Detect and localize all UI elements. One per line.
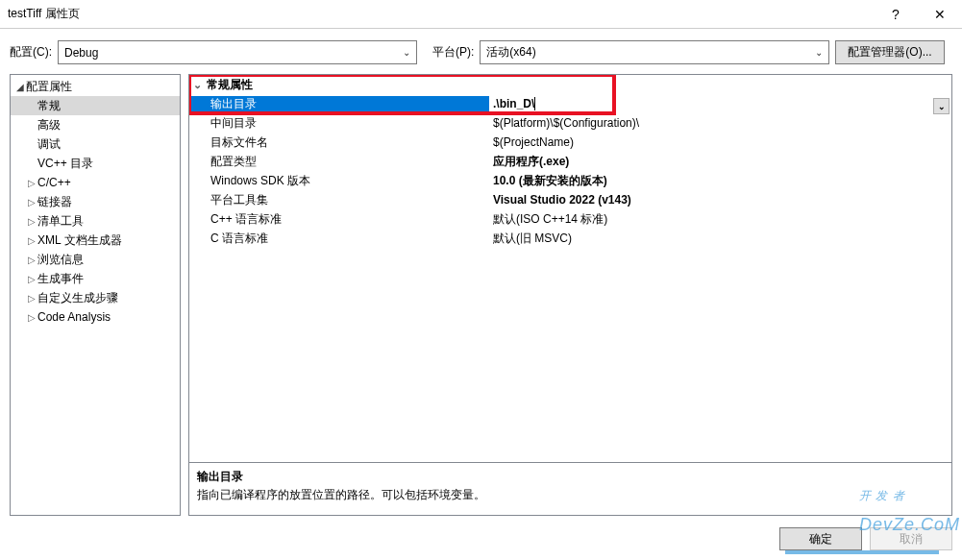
prop-name: 目标文件名 xyxy=(189,134,489,151)
tree-label: 清单工具 xyxy=(37,213,84,230)
tree-item-general[interactable]: 常规 xyxy=(11,96,180,115)
tree-item-custom-build[interactable]: ▷ 自定义生成步骤 xyxy=(11,288,180,307)
close-button[interactable]: ✕ xyxy=(918,0,962,29)
caret-right-icon: ▷ xyxy=(26,274,37,284)
window-title: testTiff 属性页 xyxy=(8,6,874,22)
chevron-down-icon: ⌄ xyxy=(193,79,207,91)
tree-label: VC++ 目录 xyxy=(37,156,93,172)
tree-item-code-analysis[interactable]: ▷ Code Analysis xyxy=(11,307,180,327)
prop-value[interactable]: .\bin_D\⌄ xyxy=(489,97,951,110)
config-value: Debug xyxy=(64,46,98,60)
prop-name: 输出目录 xyxy=(189,96,489,112)
tree[interactable]: ◢ 配置属性 常规 高级 调试 VC++ 目录 ▷ C/C++ ▷ 链接器 ▷ xyxy=(10,74,181,516)
config-label: 配置(C): xyxy=(10,44,52,61)
prop-row-sdk-version[interactable]: Windows SDK 版本 10.0 (最新安装的版本) xyxy=(189,171,951,190)
tree-item-build-events[interactable]: ▷ 生成事件 xyxy=(11,269,180,288)
prop-name: C++ 语言标准 xyxy=(189,211,489,228)
desc-title: 输出目录 xyxy=(197,469,944,485)
tree-label: C/C++ xyxy=(37,176,71,189)
main-area: ◢ 配置属性 常规 高级 调试 VC++ 目录 ▷ C/C++ ▷ 链接器 ▷ xyxy=(0,74,962,525)
tree-item-config-properties[interactable]: ◢ 配置属性 xyxy=(11,77,180,96)
tree-label: 链接器 xyxy=(37,194,72,210)
tree-label: 调试 xyxy=(37,136,61,153)
ok-button[interactable]: 确定 xyxy=(779,527,862,550)
prop-value[interactable]: 10.0 (最新安装的版本) xyxy=(489,173,951,189)
chevron-down-icon: ⌄ xyxy=(815,47,823,58)
watermark-underline xyxy=(785,550,939,554)
tree-label: XML 文档生成器 xyxy=(37,232,122,249)
tree-item-linker[interactable]: ▷ 链接器 xyxy=(11,192,180,211)
prop-name: 平台工具集 xyxy=(189,192,489,208)
tree-label: 自定义生成步骤 xyxy=(37,290,118,306)
cancel-button[interactable]: 取消 xyxy=(870,527,952,550)
caret-right-icon: ▷ xyxy=(26,216,37,227)
titlebar: testTiff 属性页 ? ✕ xyxy=(0,0,962,29)
caret-right-icon: ▷ xyxy=(26,178,37,188)
dropdown-icon[interactable]: ⌄ xyxy=(933,98,950,114)
prop-name: C 语言标准 xyxy=(189,231,489,247)
desc-text: 指向已编译程序的放置位置的路径。可以包括环境变量。 xyxy=(197,487,944,503)
prop-row-target-name[interactable]: 目标文件名 $(ProjectName) xyxy=(189,133,951,152)
prop-value[interactable]: $(ProjectName) xyxy=(489,135,951,149)
tree-item-xml-doc[interactable]: ▷ XML 文档生成器 xyxy=(11,231,180,250)
platform-label: 平台(P): xyxy=(432,44,474,61)
tree-item-advanced[interactable]: 高级 xyxy=(11,115,180,134)
prop-value[interactable]: 默认(旧 MSVC) xyxy=(489,231,951,247)
caret-down-icon: ◢ xyxy=(14,82,26,92)
prop-name: 中间目录 xyxy=(189,115,489,132)
dialog-buttons: 确定 取消 xyxy=(779,527,952,550)
prop-name: 配置类型 xyxy=(189,154,489,170)
tree-item-browse-info[interactable]: ▷ 浏览信息 xyxy=(11,250,180,269)
caret-right-icon: ▷ xyxy=(26,235,37,246)
group-title: 常规属性 xyxy=(207,77,253,93)
prop-row-cpp-standard[interactable]: C++ 语言标准 默认(ISO C++14 标准) xyxy=(189,209,951,229)
prop-value[interactable]: $(Platform)\$(Configuration)\ xyxy=(489,116,951,130)
property-panel: ⌄ 常规属性 输出目录 .\bin_D\⌄ 中间目录 $(Platform)\$… xyxy=(188,74,952,516)
platform-combo[interactable]: 活动(x64) ⌄ xyxy=(480,40,829,64)
caret-right-icon: ▷ xyxy=(26,197,37,207)
prop-row-output-dir[interactable]: 输出目录 .\bin_D\⌄ xyxy=(189,94,951,113)
tree-label: 高级 xyxy=(37,117,61,134)
platform-value: 活动(x64) xyxy=(486,44,535,61)
prop-value[interactable]: 默认(ISO C++14 标准) xyxy=(489,211,951,228)
prop-row-intermediate-dir[interactable]: 中间目录 $(Platform)\$(Configuration)\ xyxy=(189,113,951,133)
tree-label: Code Analysis xyxy=(37,310,111,324)
config-row: 配置(C): Debug ⌄ 平台(P): 活动(x64) ⌄ 配置管理器(O)… xyxy=(0,29,962,74)
tree-label: 生成事件 xyxy=(37,271,84,287)
caret-right-icon: ▷ xyxy=(26,255,37,265)
caret-right-icon: ▷ xyxy=(26,293,37,304)
config-combo[interactable]: Debug ⌄ xyxy=(58,40,417,64)
prop-name: Windows SDK 版本 xyxy=(189,173,489,189)
prop-value[interactable]: Visual Studio 2022 (v143) xyxy=(489,193,951,207)
tree-label: 配置属性 xyxy=(26,79,72,95)
prop-row-c-standard[interactable]: C 语言标准 默认(旧 MSVC) xyxy=(189,229,951,248)
tree-label: 浏览信息 xyxy=(37,252,84,268)
help-button[interactable]: ? xyxy=(874,0,918,29)
tree-item-vcpp-dirs[interactable]: VC++ 目录 xyxy=(11,154,180,173)
group-header[interactable]: ⌄ 常规属性 xyxy=(189,75,951,94)
caret-right-icon: ▷ xyxy=(26,312,37,323)
prop-row-config-type[interactable]: 配置类型 应用程序(.exe) xyxy=(189,152,951,171)
prop-row-platform-toolset[interactable]: 平台工具集 Visual Studio 2022 (v143) xyxy=(189,190,951,209)
description-panel: 输出目录 指向已编译程序的放置位置的路径。可以包括环境变量。 xyxy=(189,462,951,515)
tree-item-manifest[interactable]: ▷ 清单工具 xyxy=(11,211,180,231)
chevron-down-icon: ⌄ xyxy=(403,47,410,58)
tree-label: 常规 xyxy=(37,98,61,114)
tree-item-debug[interactable]: 调试 xyxy=(11,134,180,154)
property-grid[interactable]: ⌄ 常规属性 输出目录 .\bin_D\⌄ 中间目录 $(Platform)\$… xyxy=(189,75,951,462)
config-manager-button[interactable]: 配置管理器(O)... xyxy=(835,40,944,64)
tree-item-ccpp[interactable]: ▷ C/C++ xyxy=(11,173,180,192)
prop-value[interactable]: 应用程序(.exe) xyxy=(489,154,951,170)
